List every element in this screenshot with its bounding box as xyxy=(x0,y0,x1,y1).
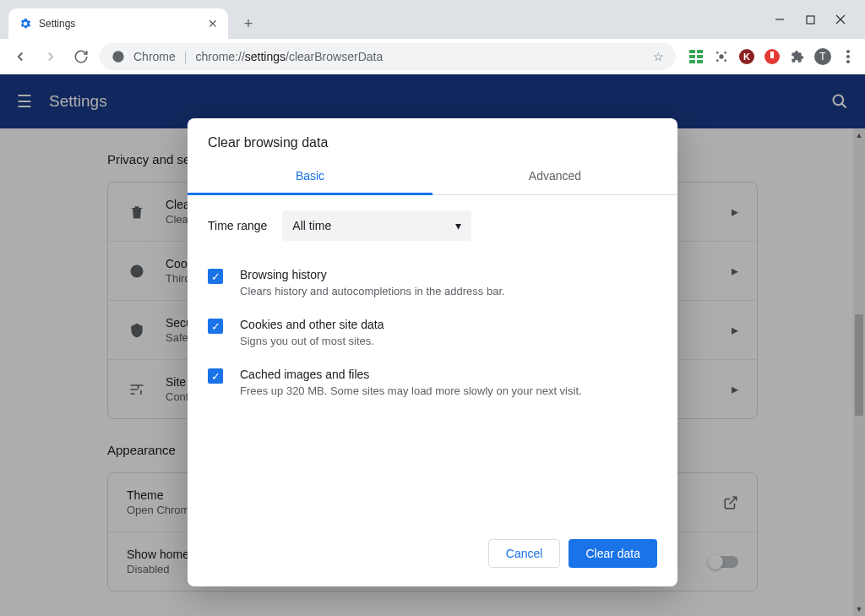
extension-icon-1[interactable] xyxy=(688,48,705,65)
extensions-puzzle-icon[interactable] xyxy=(789,48,806,65)
back-button[interactable] xyxy=(8,45,32,68)
svg-rect-10 xyxy=(697,60,703,63)
tab-title: Settings xyxy=(39,18,201,30)
svg-rect-6 xyxy=(697,50,703,53)
svg-rect-5 xyxy=(689,50,695,53)
option-browsing-history[interactable]: ✓ Browsing history Clears history and au… xyxy=(208,259,657,309)
profile-avatar[interactable]: T xyxy=(814,48,831,65)
gear-icon xyxy=(19,17,32,30)
svg-rect-19 xyxy=(770,52,774,58)
svg-point-11 xyxy=(719,54,723,58)
svg-rect-7 xyxy=(689,55,695,58)
svg-rect-1 xyxy=(807,16,814,24)
svg-point-12 xyxy=(716,52,719,54)
svg-text:K: K xyxy=(743,52,750,62)
tab-advanced[interactable]: Advanced xyxy=(432,159,677,194)
window-controls xyxy=(755,0,865,39)
svg-rect-9 xyxy=(689,60,695,63)
tab-basic[interactable]: Basic xyxy=(188,159,432,195)
clear-data-button[interactable]: Clear data xyxy=(569,539,657,568)
option-cached[interactable]: ✓ Cached images and files Frees up 320 M… xyxy=(208,359,657,409)
url-text: chrome://settings/clearBrowserData xyxy=(195,50,383,63)
svg-point-13 xyxy=(724,52,726,54)
forward-button[interactable] xyxy=(39,45,63,68)
extension-icon-2[interactable] xyxy=(713,48,730,65)
cancel-button[interactable]: Cancel xyxy=(488,539,561,568)
svg-rect-8 xyxy=(697,55,703,58)
chevron-down-icon: ▾ xyxy=(455,219,461,232)
time-range-value: All time xyxy=(292,219,331,232)
svg-point-20 xyxy=(846,50,850,53)
chrome-menu-icon[interactable] xyxy=(840,48,857,65)
browser-toolbar: Chrome | chrome://settings/clearBrowserD… xyxy=(0,39,865,74)
extension-icons: K T xyxy=(683,48,857,65)
address-bar[interactable]: Chrome | chrome://settings/clearBrowserD… xyxy=(100,43,676,70)
minimize-icon[interactable] xyxy=(772,12,787,27)
option-cookies[interactable]: ✓ Cookies and other site data Signs you … xyxy=(208,309,657,359)
svg-point-22 xyxy=(846,60,850,63)
site-info-icon[interactable] xyxy=(112,50,125,63)
checkbox-browsing-history[interactable]: ✓ xyxy=(208,269,223,284)
extension-icon-4[interactable] xyxy=(764,48,781,65)
dialog-title: Clear browsing data xyxy=(188,118,677,159)
url-prefix: Chrome xyxy=(133,50,176,63)
svg-point-21 xyxy=(846,55,850,58)
reload-button[interactable] xyxy=(69,45,93,68)
bookmark-icon[interactable]: ☆ xyxy=(653,50,664,63)
time-range-label: Time range xyxy=(208,219,267,232)
tab-strip: Settings ✕ + xyxy=(0,0,865,39)
svg-point-14 xyxy=(716,59,719,62)
new-tab-button[interactable]: + xyxy=(237,12,260,35)
svg-point-4 xyxy=(112,51,123,62)
close-icon[interactable]: ✕ xyxy=(208,17,218,30)
time-range-select[interactable]: All time ▾ xyxy=(282,210,471,241)
extension-icon-3[interactable]: K xyxy=(738,48,755,65)
svg-point-15 xyxy=(724,59,726,62)
url-separator: | xyxy=(184,50,188,63)
maximize-icon[interactable] xyxy=(802,12,818,27)
browser-tab[interactable]: Settings ✕ xyxy=(8,8,228,39)
window-close-icon[interactable] xyxy=(833,12,848,27)
checkbox-cached[interactable]: ✓ xyxy=(208,368,223,384)
checkbox-cookies[interactable]: ✓ xyxy=(208,319,223,334)
dialog-tabs: Basic Advanced xyxy=(188,159,677,195)
clear-browsing-data-dialog: Clear browsing data Basic Advanced Time … xyxy=(188,118,677,586)
